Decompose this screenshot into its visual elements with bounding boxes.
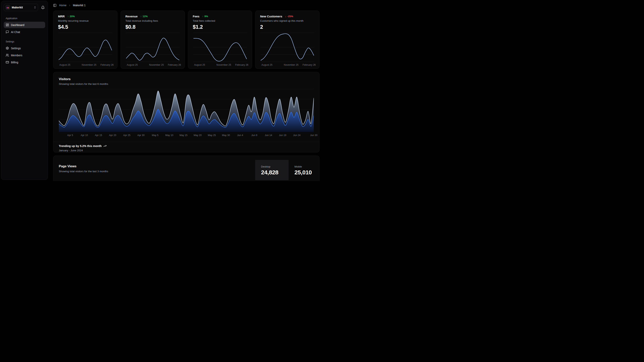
arrow-up-icon: ↑ <box>140 15 142 18</box>
panel-left-icon <box>53 4 56 7</box>
x-tick-label: Jun 9 <box>251 134 257 137</box>
x-tick-label: February 26 <box>100 64 114 66</box>
x-axis-labels: August 25 November 25 February 26 <box>260 62 314 69</box>
breadcrumb-home-link[interactable]: Home <box>59 4 66 7</box>
sidebar: m Makerkit Application Dashboard <box>1 1 48 180</box>
x-tick-label: November 25 <box>284 64 298 66</box>
toggle-label: Mobile <box>294 165 320 168</box>
notifications-button[interactable] <box>40 6 45 10</box>
x-tick-label: November 25 <box>149 64 164 66</box>
x-tick-label: August 25 <box>60 64 70 66</box>
sidebar-item-label: Settings <box>11 47 21 50</box>
x-tick-label: Apr 20 <box>109 134 116 137</box>
nav-section-application: Application Dashboard AI Chat <box>4 17 45 35</box>
arrow-down-icon: ↓ <box>285 15 286 18</box>
visitors-x-axis: Apr 5Apr 10Apr 15Apr 20Apr 25Apr 30May 5… <box>59 133 314 137</box>
stat-title: Revenue <box>126 15 138 18</box>
workspace-name: Makerkit <box>12 6 32 9</box>
x-tick-label: May 20 <box>194 134 202 137</box>
bell-icon <box>41 6 45 10</box>
credit-card-icon <box>6 61 9 64</box>
page-views-subtitle: Showing total visitors for the last 3 mo… <box>59 170 108 173</box>
toggle-value: 25,010 <box>294 169 320 176</box>
stat-title: Fees <box>193 15 200 18</box>
stat-title: MRR <box>58 15 65 18</box>
x-axis-labels: August 25 November 25 February 26 <box>58 62 112 69</box>
topbar: Home Makerkit 1 <box>53 0 320 11</box>
x-tick-label: May 10 <box>165 134 173 137</box>
visitors-area-chart[interactable] <box>59 89 314 132</box>
change-percent: -25% <box>287 15 293 18</box>
sidebar-item-settings[interactable]: Settings <box>4 45 45 51</box>
mrr-sparkline-chart <box>58 33 112 62</box>
toggle-desktop[interactable]: Desktop 24,828 <box>255 160 288 180</box>
breadcrumb: Home Makerkit 1 <box>59 4 86 7</box>
stat-subtitle: Monthly recurring revenue <box>58 19 112 22</box>
stat-title: New Customers <box>260 15 282 18</box>
stat-value: $4.5 <box>58 24 112 30</box>
x-tick-label: May 15 <box>180 134 188 137</box>
stat-card-fees: Fees ↑ 9% Total fees collected $1.2 Augu… <box>188 11 252 69</box>
toggle-value: 24,828 <box>261 169 288 176</box>
x-tick-label: Apr 25 <box>123 134 130 137</box>
sidebar-item-billing[interactable]: Billing <box>4 59 45 66</box>
trend-text: Trending up by 5.2% this month <box>59 144 102 148</box>
breadcrumb-current: Makerkit 1 <box>73 4 86 7</box>
change-percent: 9% <box>204 15 208 18</box>
x-tick-label: Apr 10 <box>81 134 88 137</box>
new-customers-sparkline-chart <box>260 33 314 62</box>
sidebar-item-members[interactable]: Members <box>4 52 45 59</box>
trend-badge: ↑ 12% <box>140 15 148 18</box>
stat-cards-row: MRR ↑ 20% Monthly recurring revenue $4.5… <box>53 11 320 69</box>
arrow-up-icon: ↑ <box>202 15 204 18</box>
stat-card-mrr: MRR ↑ 20% Monthly recurring revenue $4.5… <box>53 11 118 69</box>
trend-badge: ↓ -25% <box>285 15 293 18</box>
chevrons-up-down-icon <box>34 6 36 9</box>
x-tick-label: Jun 14 <box>265 134 272 137</box>
x-tick-label: May 5 <box>152 134 158 137</box>
fees-sparkline-chart <box>193 33 247 62</box>
x-tick-label: August 25 <box>126 64 138 66</box>
users-icon <box>6 54 9 57</box>
x-tick-label: February 26 <box>302 64 316 66</box>
sidebar-item-label: Billing <box>11 61 18 64</box>
main-content: Home Makerkit 1 MRR ↑ 20% Monthly recurr… <box>53 0 320 181</box>
stat-value: $0.8 <box>126 24 180 30</box>
visitors-card: Visitors Showing total visitors for the … <box>53 72 320 152</box>
x-tick-label: February 26 <box>235 64 248 66</box>
sidebar-item-label: Members <box>11 54 22 57</box>
message-square-icon <box>6 30 9 34</box>
x-tick-label: Jun 4 <box>237 134 243 137</box>
toggle-mobile[interactable]: Mobile 25,010 <box>288 160 320 180</box>
x-tick-label: May 25 <box>208 134 216 137</box>
x-tick-label: Apr 15 <box>95 134 102 137</box>
makerkit-logo: m <box>6 5 10 10</box>
x-axis-labels: August 25 November 25 February 26 <box>193 62 247 69</box>
stat-subtitle: Customers who signed up this month <box>260 19 314 22</box>
nav-section-settings: Settings Settings Members Billing <box>4 40 45 66</box>
workspace-selector[interactable]: m Makerkit <box>4 4 38 11</box>
trend-badge: ↑ 20% <box>68 15 75 18</box>
x-tick-label: Apr 30 <box>137 134 144 137</box>
sidebar-item-ai-chat[interactable]: AI Chat <box>4 29 45 35</box>
change-percent: 20% <box>70 15 75 18</box>
trending-up-icon <box>103 144 106 148</box>
nav-section-label: Settings <box>4 40 45 43</box>
visitors-footer: Trending up by 5.2% this month January -… <box>53 142 319 152</box>
x-tick-label: August 25 <box>262 64 272 66</box>
sidebar-item-dashboard[interactable]: Dashboard <box>4 22 45 28</box>
sidebar-toggle-button[interactable] <box>53 4 56 7</box>
x-tick-label: May 30 <box>222 134 230 137</box>
change-percent: 12% <box>143 15 148 18</box>
x-axis-labels: August 25 November 25 February 26 <box>126 62 180 69</box>
toggle-label: Desktop <box>261 165 288 168</box>
x-tick-label: Apr 5 <box>67 134 73 137</box>
x-tick-label: November 25 <box>82 64 96 66</box>
x-tick-label: August 25 <box>194 64 205 66</box>
page-views-title: Page Views <box>59 164 108 168</box>
x-tick-label: November 25 <box>216 64 231 66</box>
trend-badge: ↑ 9% <box>202 15 208 18</box>
gear-icon <box>6 47 9 50</box>
x-tick-label: Jun 19 <box>279 134 286 137</box>
visitors-subtitle: Showing total visitors for the last 6 mo… <box>59 83 314 85</box>
